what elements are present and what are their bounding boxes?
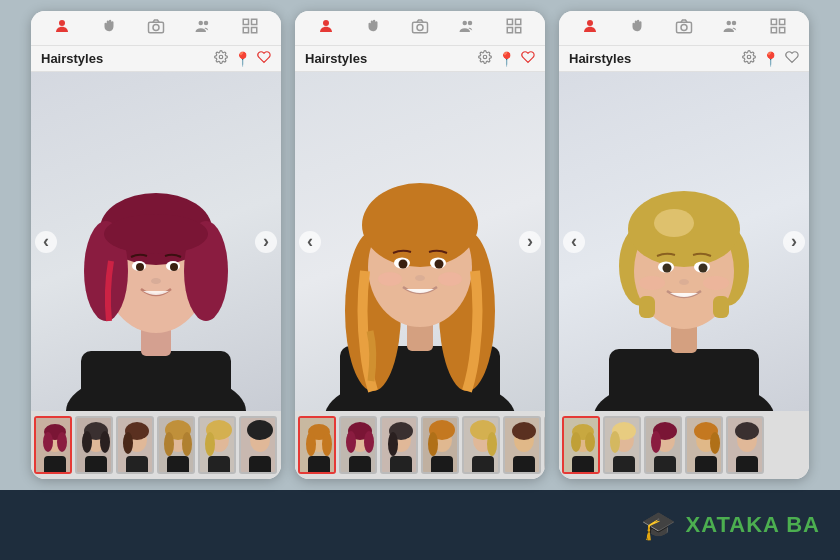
svg-rect-121: [771, 28, 776, 33]
hairstyles-label-3: Hairstyles: [569, 51, 631, 66]
thumb-2-6[interactable]: [544, 416, 545, 474]
main-view-1: ‹ ›: [31, 72, 281, 411]
group-icon-1[interactable]: [194, 17, 212, 39]
person-icon-1[interactable]: [53, 17, 71, 39]
prev-arrow-1[interactable]: ‹: [35, 231, 57, 253]
svg-rect-122: [779, 28, 784, 33]
bottom-bar: 🎓 XATAKA BA: [0, 490, 840, 560]
svg-point-131: [654, 209, 694, 237]
thumb-2-1[interactable]: [339, 416, 377, 474]
thumb-1-1[interactable]: [75, 416, 113, 474]
thumb-1-3[interactable]: [157, 416, 195, 474]
next-arrow-2[interactable]: ›: [519, 231, 541, 253]
svg-rect-132: [639, 296, 655, 318]
thumb-1-4[interactable]: [198, 416, 236, 474]
person-icon-2[interactable]: [317, 17, 335, 39]
prev-arrow-2[interactable]: ‹: [299, 231, 321, 253]
sub-bar-2: Hairstyles 📍: [295, 46, 545, 72]
heart-icon-3[interactable]: [785, 50, 799, 67]
heart-icon-2[interactable]: [521, 50, 535, 67]
thumb-3-1[interactable]: [603, 416, 641, 474]
hand-icon-3[interactable]: [628, 17, 646, 39]
svg-point-43: [164, 432, 174, 456]
next-arrow-1[interactable]: ›: [255, 231, 277, 253]
thumbnails-1: [31, 411, 281, 479]
svg-point-22: [151, 278, 161, 284]
thumbnails-3: [559, 411, 809, 479]
grid-icon-3[interactable]: [769, 17, 787, 39]
logo-text: XATAKA BA: [686, 512, 820, 538]
gear-icon-1[interactable]: [214, 50, 228, 67]
camera-icon-2[interactable]: [411, 17, 429, 39]
person-svg-2: [295, 72, 545, 411]
svg-point-20: [136, 263, 144, 271]
thumb-2-2[interactable]: [380, 416, 418, 474]
svg-point-17: [104, 214, 208, 254]
group-icon-2[interactable]: [458, 17, 476, 39]
svg-point-77: [378, 272, 402, 286]
top-bar-3: [559, 11, 809, 46]
svg-rect-50: [208, 456, 230, 474]
hand-icon-1[interactable]: [100, 17, 118, 39]
hairstyles-label-2: Hairstyles: [305, 51, 367, 66]
heart-icon-1[interactable]: [257, 50, 271, 67]
svg-rect-161: [695, 456, 717, 474]
svg-point-49: [205, 432, 215, 456]
svg-rect-125: [609, 349, 759, 411]
svg-rect-6: [251, 19, 256, 24]
camera-icon-1[interactable]: [147, 17, 165, 39]
group-icon-3[interactable]: [722, 17, 740, 39]
svg-rect-7: [243, 28, 248, 33]
svg-point-75: [435, 260, 444, 269]
svg-point-27: [57, 432, 67, 452]
thumbnails-2: [295, 411, 545, 479]
thumb-1-2[interactable]: [116, 416, 154, 474]
svg-rect-151: [613, 456, 635, 474]
prev-arrow-3[interactable]: ‹: [563, 231, 585, 253]
svg-point-78: [438, 272, 462, 286]
svg-rect-61: [515, 19, 520, 24]
grid-icon-2[interactable]: [505, 17, 523, 39]
pin-icon-3[interactable]: 📍: [762, 51, 779, 67]
thumb-2-3[interactable]: [421, 416, 459, 474]
grid-icon-1[interactable]: [241, 17, 259, 39]
main-view-2: ‹ ›: [295, 72, 545, 411]
gear-icon-2[interactable]: [478, 50, 492, 67]
thumb-2-4[interactable]: [462, 416, 500, 474]
svg-point-136: [663, 264, 672, 273]
svg-rect-133: [713, 296, 729, 318]
svg-point-138: [679, 279, 689, 285]
next-arrow-3[interactable]: ›: [783, 231, 805, 253]
svg-point-83: [322, 432, 332, 456]
svg-rect-62: [507, 28, 512, 33]
svg-point-118: [732, 21, 737, 26]
thumb-2-5[interactable]: [503, 416, 541, 474]
camera-icon-3[interactable]: [675, 17, 693, 39]
thumb-3-4[interactable]: [726, 416, 764, 474]
thumb-3-0[interactable]: [562, 416, 600, 474]
svg-point-64: [483, 55, 487, 59]
thumb-1-0[interactable]: [34, 416, 72, 474]
thumb-1-5[interactable]: [239, 416, 277, 474]
svg-rect-5: [243, 19, 248, 24]
pin-icon-1[interactable]: 📍: [234, 51, 251, 67]
svg-rect-34: [85, 456, 107, 474]
hand-icon-2[interactable]: [364, 17, 382, 39]
svg-point-137: [699, 264, 708, 273]
svg-point-164: [735, 422, 759, 440]
thumb-3-2[interactable]: [644, 416, 682, 474]
svg-point-104: [487, 432, 497, 456]
pin-icon-2[interactable]: 📍: [498, 51, 515, 67]
gear-icon-3[interactable]: [742, 50, 756, 67]
top-bar-2: [295, 11, 545, 46]
person-svg-3: [559, 72, 809, 411]
svg-point-71: [362, 183, 478, 267]
svg-point-89: [364, 431, 374, 453]
svg-point-33: [100, 431, 110, 453]
svg-rect-11: [81, 351, 231, 411]
thumb-3-3[interactable]: [685, 416, 723, 474]
thumb-2-0[interactable]: [298, 416, 336, 474]
person-icon-3[interactable]: [581, 17, 599, 39]
svg-point-108: [512, 422, 536, 440]
svg-point-116: [681, 25, 687, 31]
